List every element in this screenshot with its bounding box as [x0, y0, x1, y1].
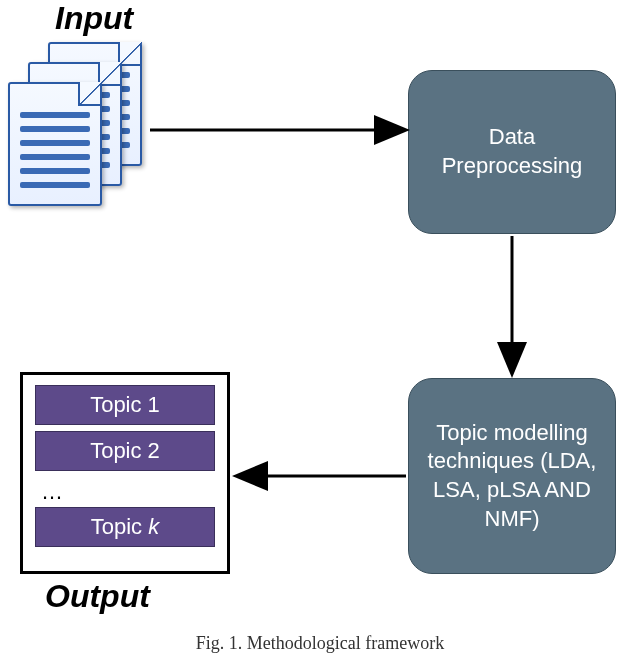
- box-label: Data Preprocessing: [419, 123, 605, 180]
- topic-pill: Topic k: [35, 507, 215, 547]
- topic-k-var: k: [148, 514, 159, 539]
- topic-pill: Topic 2: [35, 431, 215, 471]
- document-icon: [8, 82, 102, 206]
- box-label: Topic modelling techniques (LDA, LSA, pL…: [419, 419, 605, 533]
- output-box: Topic 1 Topic 2 … Topic k: [20, 372, 230, 574]
- input-label: Input: [55, 0, 133, 37]
- documents-icon: [8, 42, 148, 212]
- figure-caption: Fig. 1. Methodological framework: [0, 633, 640, 654]
- topic-pill: Topic 1: [35, 385, 215, 425]
- topic-modelling-box: Topic modelling techniques (LDA, LSA, pL…: [408, 378, 616, 574]
- diagram-canvas: Input Data Preprocessing Topic modelling…: [0, 0, 640, 660]
- data-preprocessing-box: Data Preprocessing: [408, 70, 616, 234]
- ellipsis: …: [35, 477, 215, 507]
- output-label: Output: [45, 578, 150, 615]
- topic-k-prefix: Topic: [91, 514, 148, 539]
